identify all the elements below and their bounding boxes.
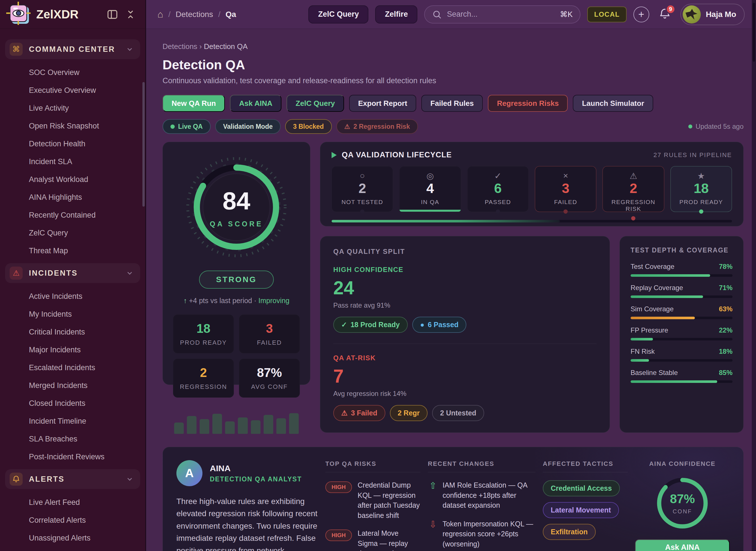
stat-avg-conf: 87%AVG CONF: [239, 359, 300, 398]
sidebar-item-my-incidents[interactable]: My Incidents: [4, 306, 141, 323]
top-qa-risks-column: TOP QA RISKS HIGH Credential Dump KQL — …: [325, 460, 420, 551]
sidebar-item-critical-incidents[interactable]: Critical Incidents: [4, 323, 141, 341]
aina-confidence-header: AINA CONFIDENCE: [635, 460, 730, 472]
zelc-query-button[interactable]: ZelC Query: [308, 5, 368, 23]
pipeline-count: 27 RULES IN PIPELINE: [654, 151, 732, 159]
sidebar-item-recently-contained[interactable]: Recently Contained: [4, 206, 141, 224]
ask-aina-button[interactable]: Ask AINA: [230, 95, 282, 112]
notifications-button[interactable]: 9: [658, 7, 671, 21]
notification-count-badge: 9: [665, 4, 676, 14]
recent-changes-column: RECENT CHANGES ⇧ IAM Role Escalation — Q…: [428, 460, 535, 551]
live-qa-chip[interactable]: Live QA: [162, 119, 211, 134]
sidebar-item-active-incidents[interactable]: Active Incidents: [4, 288, 141, 306]
sidebar-item-escalated-incidents[interactable]: Escalated Incidents: [4, 359, 141, 377]
tactic-lateral-movement[interactable]: Lateral Movement: [543, 502, 619, 518]
affected-tactics-header: AFFECTED TACTICS: [543, 460, 628, 472]
zelc-query-action-button[interactable]: ZelC Query: [287, 95, 344, 112]
sidebar-item-detection-health[interactable]: Detection Health: [4, 135, 141, 153]
sidebar-item-soc-overview[interactable]: SOC Overview: [4, 64, 141, 81]
risk-item[interactable]: HIGH Credential Dump KQL — regression af…: [325, 480, 420, 520]
score-sparkline: [173, 407, 300, 434]
stage-prod-ready[interactable]: ★ 18 PROD READY: [671, 166, 732, 212]
search-box[interactable]: ⌘K: [424, 5, 581, 23]
ask-aina-cta-button[interactable]: Ask AINA: [635, 539, 730, 551]
coverage-row-test: Test Coverage78%: [631, 262, 733, 277]
sidebar-item-unassigned-alerts[interactable]: Unassigned Alerts: [4, 529, 141, 547]
qa-score-card: 84 QA SCORE STRONG ↑ +4 pts vs last peri…: [162, 142, 310, 385]
sidebar-section-incidents[interactable]: ⚠ INCIDENTS: [5, 263, 140, 283]
sidebar-item-major-incidents[interactable]: Major Incidents: [4, 341, 141, 359]
sidebar-item-analyst-workload[interactable]: Analyst Workload: [4, 171, 141, 188]
blocked-chip[interactable]: 3 Blocked: [285, 119, 332, 134]
sidebar-item-aina-highlights[interactable]: AINA Highlights: [4, 188, 141, 206]
qa-score-label: QA SCORE: [210, 220, 263, 228]
sidebar-item-merged-incidents[interactable]: Merged Incidents: [4, 377, 141, 395]
stage-failed[interactable]: × 3 FAILED: [535, 166, 596, 212]
scrollbar-thumb[interactable]: [753, 3, 755, 62]
failed-chip[interactable]: ⚠3 Failed: [333, 405, 385, 421]
sidebar-scrollbar[interactable]: [142, 82, 145, 206]
failed-rules-button[interactable]: Failed Rules: [421, 95, 483, 112]
lifecycle-progress-bar: [332, 220, 732, 222]
export-report-button[interactable]: Export Report: [349, 95, 416, 112]
stage-regression-risk[interactable]: ⚠ 2 REGRESSION RISK: [603, 166, 664, 212]
high-confidence-value: 24: [333, 277, 597, 299]
sidebar-item-executive-overview[interactable]: Executive Overview: [4, 81, 141, 99]
breadcrumb-detections[interactable]: Detections: [175, 10, 213, 19]
zelfire-button[interactable]: Zelfire: [375, 5, 417, 23]
sidebar-item-incident-timeline[interactable]: Incident Timeline: [4, 412, 141, 430]
change-item[interactable]: ⇩ Token Impersonation KQL — regression s…: [428, 519, 535, 549]
change-item[interactable]: ⇧ IAM Role Escalation — QA confidence +1…: [428, 480, 535, 511]
panel-columns-icon[interactable]: [106, 8, 119, 21]
page-crumb-detections[interactable]: Detections: [162, 42, 198, 51]
stage-in-qa[interactable]: ◎ 4 IN QA: [399, 166, 461, 212]
sidebar-item-open-risk-snapshot[interactable]: Open Risk Snapshot: [4, 117, 141, 135]
sidebar-item-sla-breaches[interactable]: SLA Breaches: [4, 430, 141, 448]
sidebar-item-live-activity[interactable]: Live Activity: [4, 99, 141, 117]
page-scrollbar[interactable]: [752, 0, 756, 551]
severity-badge: HIGH: [325, 481, 352, 493]
command-icon: ⌘: [10, 43, 23, 56]
arrow-down-icon: ⇩: [428, 519, 438, 530]
sidebar-item-acknowledged-alerts[interactable]: Acknowledged Alerts: [4, 547, 141, 551]
aina-avatar: A: [176, 460, 203, 486]
stage-not-tested[interactable]: ○ 2 NOT TESTED: [332, 166, 393, 212]
sidebar-item-zelc-query[interactable]: ZelC Query: [4, 224, 141, 242]
avg-regression-risk: Avg regression risk 14%: [333, 390, 597, 398]
sidebar-item-incident-sla[interactable]: Incident SLA: [4, 153, 141, 171]
aina-confidence-value: 87%: [670, 492, 695, 506]
sidebar-item-live-alert-feed[interactable]: Live Alert Feed: [4, 494, 141, 511]
sidebar-item-closed-incidents[interactable]: Closed Incidents: [4, 395, 141, 412]
user-menu[interactable]: Haja Mo: [680, 4, 745, 25]
dot-icon: ●: [420, 321, 424, 329]
prod-ready-chip[interactable]: ✓18 Prod Ready: [333, 317, 408, 333]
stage-passed[interactable]: ✓ 6 PASSED: [467, 166, 529, 212]
untested-chip[interactable]: 2 Untested: [432, 405, 484, 421]
tactic-credential-access[interactable]: Credential Access: [543, 480, 620, 496]
qa-score-gauge: 84 QA SCORE: [182, 153, 290, 261]
sidebar-section-alerts[interactable]: ALERTS: [5, 469, 140, 489]
validation-mode-chip[interactable]: Validation Mode: [215, 119, 281, 134]
search-input[interactable]: [447, 10, 555, 19]
regression-risks-button[interactable]: Regression Risks: [488, 95, 568, 112]
sidebar-section-command-center[interactable]: ⌘ COMMAND CENTER: [5, 39, 140, 59]
regr-chip[interactable]: 2 Regr: [390, 405, 428, 421]
sidebar-item-post-incident-reviews[interactable]: Post-Incident Reviews: [4, 448, 141, 466]
sidebar-item-correlated-alerts[interactable]: Correlated Alerts: [4, 511, 141, 529]
score-status-badge[interactable]: STRONG: [199, 270, 274, 289]
warning-icon: ⚠: [603, 171, 664, 182]
tactic-exfiltration[interactable]: Exfiltration: [543, 524, 596, 540]
new-qa-run-button[interactable]: New QA Run: [162, 95, 225, 112]
add-button[interactable]: +: [634, 7, 649, 22]
sidebar-item-threat-map[interactable]: Threat Map: [4, 242, 141, 260]
live-dot-icon: [688, 124, 692, 128]
updated-status: Updated 5s ago: [688, 122, 744, 130]
regression-risk-chip[interactable]: ⚠2 Regression Risk: [336, 119, 418, 134]
home-icon[interactable]: ⌂: [157, 9, 163, 20]
collapse-sidebar-icon[interactable]: [125, 9, 136, 20]
passed-chip[interactable]: ●6 Passed: [412, 317, 467, 333]
launch-simulator-button[interactable]: Launch Simulator: [573, 95, 653, 112]
qa-validation-lifecycle-panel: QA VALIDATION LIFECYCLE 27 RULES IN PIPE…: [320, 142, 744, 226]
breadcrumb-qa[interactable]: Qa: [226, 10, 236, 19]
risk-item[interactable]: HIGH Lateral Move Sigma — replay dataset…: [325, 528, 420, 551]
